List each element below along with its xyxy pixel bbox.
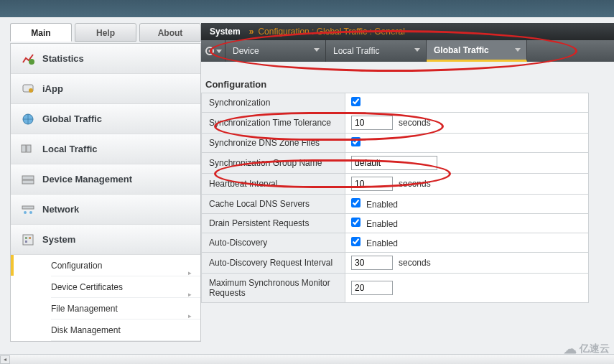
menu-device[interactable]: Device <box>225 40 326 62</box>
subitem-device-certificates[interactable]: Device Certificates▸ <box>51 276 200 298</box>
tab-main[interactable]: Main <box>10 23 72 42</box>
section-menu: Device Local Traffic Global Traffic <box>201 40 614 62</box>
label-cache-dns: Cache Local DNS Servers <box>202 195 345 214</box>
svg-point-9 <box>24 211 27 214</box>
input-max-sync[interactable] <box>351 281 393 295</box>
sidebar-item-label: Local Traffic <box>42 144 98 154</box>
svg-rect-4 <box>22 145 26 152</box>
input-sync-tol[interactable] <box>351 116 393 130</box>
svg-rect-6 <box>22 176 34 179</box>
breadcrumb-sep: » <box>249 27 254 37</box>
label-sync: Synchronization <box>202 93 345 113</box>
checkbox-sync[interactable] <box>351 97 361 106</box>
section-title: Configuration <box>201 62 614 93</box>
svg-rect-14 <box>25 241 27 243</box>
label-sync-tol: Synchronization Time Tolerance <box>202 113 345 134</box>
menu-local-traffic[interactable]: Local Traffic <box>326 40 427 62</box>
horizontal-scrollbar[interactable]: ◂ <box>0 354 614 364</box>
network-icon <box>21 202 35 217</box>
label-max-sync: Maximum Synchronous Monitor Requests <box>202 274 345 303</box>
gear-icon <box>205 46 215 56</box>
sidebar-item-label: Global Traffic <box>42 113 102 124</box>
svg-rect-5 <box>27 145 31 152</box>
svg-rect-12 <box>25 237 27 239</box>
sidebar: Statistics iApp Global Traffic Local Tra… <box>10 43 201 342</box>
input-heartbeat[interactable] <box>351 177 393 191</box>
label-sync-group: Synchronization Group Name <box>202 153 345 174</box>
subitem-disk-management[interactable]: Disk Management <box>51 319 200 341</box>
gear-menu[interactable] <box>201 40 225 62</box>
label-heartbeat: Heartbeat Interval <box>202 174 345 195</box>
stats-icon <box>21 52 35 66</box>
globe-icon <box>21 112 35 126</box>
sidebar-item-network[interactable]: Network <box>11 195 200 225</box>
input-auto-disc-int[interactable] <box>351 256 393 270</box>
label-sync-dns: Synchronize DNS Zone Files <box>202 134 345 153</box>
breadcrumb-root: System <box>210 27 241 37</box>
sidebar-item-statistics[interactable]: Statistics <box>11 44 200 74</box>
svg-point-16 <box>208 50 210 52</box>
checkbox-drain[interactable] <box>351 218 361 227</box>
sidebar-item-iapp[interactable]: iApp <box>11 74 200 104</box>
tab-help[interactable]: Help <box>75 23 136 42</box>
sidebar-item-device-management[interactable]: Device Management <box>11 164 200 195</box>
svg-rect-8 <box>22 206 34 209</box>
system-icon <box>21 233 35 247</box>
menu-global-traffic[interactable]: Global Traffic <box>427 40 527 62</box>
checkbox-sync-dns[interactable] <box>351 137 361 146</box>
svg-rect-13 <box>29 237 31 239</box>
watermark: ☁ 亿速云 <box>564 341 610 357</box>
caret-down-icon <box>314 48 320 52</box>
sidebar-item-label: Network <box>42 204 79 215</box>
sidebar-item-local-traffic[interactable]: Local Traffic <box>11 134 200 164</box>
caret-down-icon <box>515 48 521 52</box>
label-drain: Drain Persistent Requests <box>202 214 345 233</box>
iapp-icon <box>21 82 35 96</box>
svg-point-0 <box>29 59 34 65</box>
input-sync-group[interactable] <box>351 156 437 170</box>
svg-point-2 <box>29 88 33 93</box>
caret-down-icon <box>414 48 420 52</box>
sidebar-item-global-traffic[interactable]: Global Traffic <box>11 104 200 134</box>
sidebar-item-label: Device Management <box>42 174 132 185</box>
servers-icon <box>21 142 35 157</box>
breadcrumb-trail: Configuration : Global Traffic : General <box>258 27 405 37</box>
subitem-file-management[interactable]: File Management▸ <box>51 298 200 319</box>
sidebar-item-label: System <box>42 234 75 245</box>
svg-rect-7 <box>22 180 34 184</box>
subitem-configuration[interactable]: Configuration▸ <box>51 255 200 276</box>
label-auto-disc-int: Auto-Discovery Request Interval <box>202 253 345 274</box>
breadcrumb: System » Configuration : Global Traffic … <box>201 23 614 40</box>
sidebar-item-system[interactable]: System <box>11 225 200 255</box>
device-icon <box>21 172 35 187</box>
svg-point-10 <box>29 211 32 214</box>
cloud-icon: ☁ <box>564 341 577 357</box>
checkbox-auto-disc[interactable] <box>351 237 361 246</box>
label-auto-disc: Auto-Discovery <box>202 233 345 253</box>
config-form: Synchronization Synchronization Time Tol… <box>201 93 589 303</box>
sidebar-item-label: iApp <box>42 83 63 94</box>
tab-about[interactable]: About <box>139 23 201 42</box>
sidebar-item-label: Statistics <box>42 53 84 64</box>
svg-rect-11 <box>23 235 33 245</box>
checkbox-cache-dns[interactable] <box>351 198 361 207</box>
scroll-left-arrow[interactable]: ◂ <box>0 355 10 364</box>
